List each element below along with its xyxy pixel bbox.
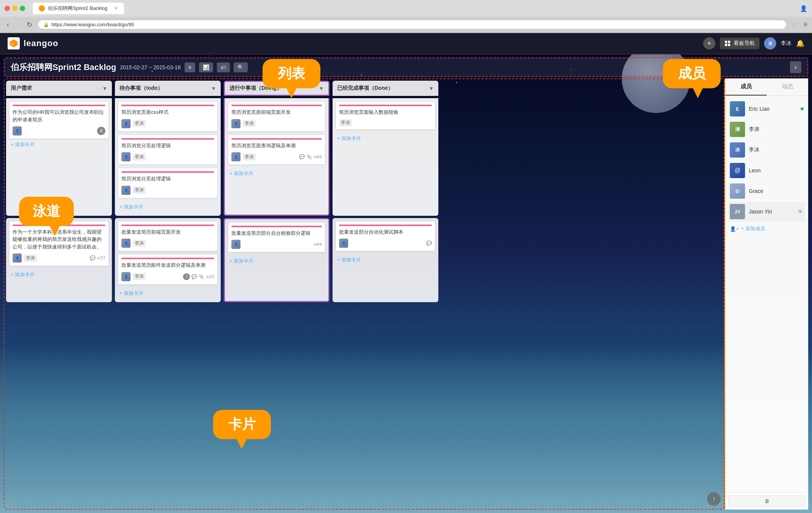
add-card-btn-col1-lane1[interactable]: + 添加卡片 [9, 139, 109, 150]
member-row: 冰 李冰 [728, 140, 805, 160]
bookmark-star-icon[interactable]: ☆ [791, 21, 797, 29]
card-stripe [339, 225, 432, 226]
sidebar-members-list: E Eric Liao 涛 李涛 冰 李冰 [725, 96, 808, 492]
minimize-button[interactable] [12, 6, 18, 11]
card: 简历浏览页面输入数据校验 李涛 [336, 101, 435, 130]
card-meta: ≡4/4 [314, 242, 322, 247]
delete-button[interactable]: 🗑 [728, 495, 805, 507]
swim-lanes: 作为公司的HR我可以浏览我公司发布职位的申请者简历 👤 8 + 添加卡片 [6, 98, 722, 507]
search-button[interactable]: 🔍 [234, 62, 248, 72]
card-stripe [121, 105, 214, 106]
card-footer: 👤 李涛 [121, 152, 214, 161]
notification-bell-icon[interactable]: 🔔 [796, 39, 804, 48]
person-tag: 李涛 [339, 119, 352, 126]
card-col4-lane2: 批量发送部分自动化测试脚本 👤 💬 + 添加卡片 [333, 218, 438, 302]
card: 批量发送部分自动化测试脚本 👤 💬 [336, 221, 435, 252]
close-button[interactable] [5, 6, 10, 11]
chart-button[interactable]: 📊 [199, 62, 213, 72]
address-bar[interactable]: 🔒 https://www.leangoo.com/board/go/95 [38, 20, 787, 29]
card: 批量发送简历邮件发送部分逻辑及单测 👤 李涛 2 💬 📎 ≡2/3 [118, 254, 218, 285]
col2-dropdown[interactable]: ▼ [211, 86, 216, 91]
tab-title: 伯乐招聘网Sprint2 Backlog [48, 5, 107, 12]
card-meta: 💬 📎 ≡4/5 [299, 154, 322, 159]
card-stripe [231, 105, 322, 106]
svg-rect-22 [728, 44, 730, 46]
card-footer: 👤 💬 [339, 239, 432, 248]
window-controls [5, 6, 25, 11]
member-name-grace: Grace [749, 188, 763, 194]
add-card-btn-col2-lane1[interactable]: + 添加卡片 [118, 201, 218, 213]
card-meta: 💬 ≡7/7 [90, 255, 105, 261]
member-row: 涛 李涛 [728, 119, 805, 139]
board-nav-button[interactable]: 看板导航 [720, 38, 759, 49]
column-header-3: 进行中事项（Doing） ▼ [224, 81, 330, 96]
sidebar-footer: 🗑 [725, 492, 808, 510]
card-col3-lane2: 批量发送简历部分后台校验部分逻辑 👤 ≡4/4 + 添加卡片 [224, 218, 330, 302]
add-member-btn[interactable]: 👤+ + 添加成员 [728, 222, 805, 235]
browser-tab[interactable]: 伯乐招聘网Sprint2 Backlog ✕ [33, 3, 124, 14]
nav-right-arrow[interactable]: › [790, 61, 801, 73]
list-view-button[interactable]: ≡ [185, 62, 195, 72]
card-stripe [121, 171, 214, 173]
col4-dropdown[interactable]: ▼ [429, 86, 434, 91]
scroll-to-top-btn[interactable]: ↑ [707, 492, 721, 506]
board-header-bar: 伯乐招聘网Sprint2 Backlog 2015-02-27 ~ 2015-0… [4, 57, 808, 77]
card-stripe [13, 225, 105, 226]
browser-menu-icon[interactable]: ≡ [803, 21, 807, 29]
board-title: 伯乐招聘网Sprint2 Backlog [11, 62, 116, 73]
card-footer: 👤 ≡4/4 [231, 240, 322, 249]
back-button[interactable]: ‹ [5, 20, 11, 29]
add-button[interactable]: + [703, 37, 715, 49]
person-tag: 李涛 [133, 240, 146, 247]
maximize-button[interactable] [20, 6, 25, 11]
tab-members[interactable]: 成员 [725, 78, 767, 96]
card-meta: 💬 [426, 241, 432, 246]
column-header-4: 已经完成事项（Done） ▼ [333, 81, 438, 96]
add-card-btn-col3-lane1[interactable]: + 添加卡片 [228, 168, 325, 179]
board-nav-label: 看板导航 [734, 40, 755, 47]
svg-rect-19 [725, 41, 727, 43]
member-name-libing: 李冰 [749, 147, 759, 153]
add-card-btn-col4-lane1[interactable]: + 添加卡片 [336, 133, 435, 144]
card: 批量发送简历部分后台校验部分逻辑 👤 ≡4/4 [228, 222, 325, 253]
user-profile-icon[interactable]: 👤 [800, 5, 807, 12]
card-avatar: 👤 [121, 239, 131, 248]
add-member-label: + 添加成员 [741, 225, 765, 232]
member-row: @ Leon [728, 161, 805, 180]
card-badge: 2 [183, 273, 190, 280]
card-title: 批量发送简历邮件发送部分逻辑及单测 [121, 261, 214, 269]
add-card-btn-col1-lane2[interactable]: + 添加卡片 [9, 269, 109, 280]
tab-close-icon[interactable]: ✕ [114, 6, 118, 11]
col3-dropdown[interactable]: ▼ [319, 86, 324, 91]
add-card-btn-col4-lane2[interactable]: + 添加卡片 [336, 254, 435, 266]
card-avatar: 👤 [231, 152, 240, 161]
card-title: 简历浏览页面查询逻辑及单测 [231, 142, 322, 150]
progress-text: ≡4/4 [314, 242, 322, 247]
progress-text: ≡7/7 [97, 256, 105, 260]
tab-activity[interactable]: 动态 [767, 78, 808, 96]
card-title: 作为一个大学本科英语系毕业生，我期望能够批量的将我的简历发送给我感兴趣的公司，以… [13, 228, 105, 251]
card-footer: 👤 李涛 [121, 239, 214, 248]
card-title: 简历浏览页面前端页面开发 [231, 108, 322, 116]
tag-button[interactable]: 🏷 [217, 62, 230, 72]
add-card-btn-col2-lane2[interactable]: + 添加卡片 [118, 288, 218, 299]
card: 作为一个大学本科英语系毕业生，我期望能够批量的将我的简历发送给我感兴趣的公司，以… [9, 221, 109, 266]
card-title: 简历浏览分页处理逻辑 [121, 142, 214, 150]
card: 简历浏览分页处理逻辑 👤 李涛 [118, 135, 218, 165]
card-avatar: 👤 [121, 152, 131, 161]
add-member-icon: 👤+ [730, 226, 739, 232]
member-name-litao: 李涛 [749, 126, 759, 133]
lane-row-2: 作为一个大学本科英语系毕业生，我期望能够批量的将我的简历发送给我感兴趣的公司，以… [6, 218, 722, 302]
card-avatar: 👤 [13, 253, 22, 263]
add-card-btn-col3-lane2[interactable]: + 添加卡片 [228, 255, 325, 267]
card-footer: 👤 李涛 💬 ≡7/7 [13, 253, 105, 263]
col1-dropdown[interactable]: ▼ [102, 86, 107, 91]
progress-text: ≡4/5 [314, 155, 322, 159]
card-col1-lane2: 作为一个大学本科英语系毕业生，我期望能够批量的将我的简历发送给我感兴趣的公司，以… [6, 218, 112, 302]
card: 简历浏览页面查询逻辑及单测 👤 李涛 💬 📎 ≡4/5 [228, 135, 325, 165]
card-footer: 👤 李涛 [121, 186, 214, 195]
reload-button[interactable]: ↻ [24, 20, 35, 30]
tab-favicon [39, 5, 45, 11]
forward-button[interactable]: › [14, 20, 21, 29]
eye-icon: 👁 [798, 209, 804, 215]
